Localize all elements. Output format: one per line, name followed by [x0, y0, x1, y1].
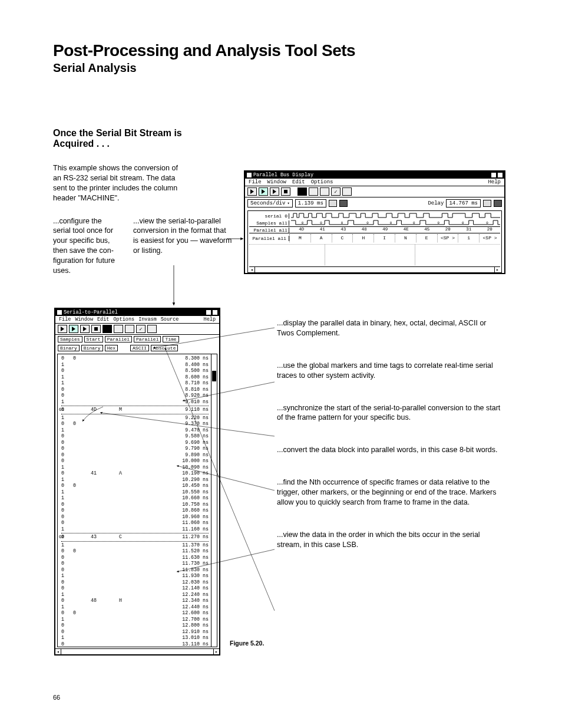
- listing-row[interactable]: 112.240 ns: [61, 592, 209, 598]
- radix-select[interactable]: ASCII: [130, 345, 149, 351]
- listing-row[interactable]: 111.160 ns: [61, 526, 209, 533]
- listing-row[interactable]: 011.060 ns: [61, 520, 209, 526]
- listing-row[interactable]: 009.370 ns: [61, 421, 209, 427]
- vertical-scrollbar[interactable]: [211, 354, 217, 647]
- stop-button[interactable]: [281, 187, 290, 196]
- tool-button[interactable]: [342, 187, 352, 196]
- listing-row[interactable]: 112.700 ns: [61, 617, 209, 623]
- maximize-icon[interactable]: [213, 310, 217, 315]
- tool-button[interactable]: [147, 325, 157, 333]
- listing-row[interactable]: 111.370 ns: [61, 542, 209, 549]
- listing-row[interactable]: 0011.520 ns: [61, 548, 209, 555]
- menu-window[interactable]: Window: [75, 317, 93, 322]
- listing-row[interactable]: 18.600 ns: [61, 374, 209, 381]
- group-button[interactable]: [297, 187, 307, 196]
- tool-button[interactable]: [320, 187, 329, 196]
- apply-button[interactable]: [136, 325, 146, 333]
- column-select[interactable]: Parallel: [134, 336, 161, 342]
- step-button[interactable]: [80, 325, 90, 333]
- marker-button[interactable]: [483, 200, 491, 207]
- menu-help[interactable]: Help: [204, 317, 216, 322]
- listing-row[interactable]: 09.690 ns: [61, 440, 209, 446]
- radix-select[interactable]: Hex: [105, 345, 118, 351]
- listing-row[interactable]: 010.000 ns: [61, 458, 209, 465]
- run-button[interactable]: [58, 325, 67, 333]
- time-mode-select[interactable]: Absolute: [151, 345, 178, 351]
- listing-row[interactable]: 18.710 ns: [61, 380, 209, 387]
- listing-row[interactable]: 011.730 ns: [61, 561, 209, 567]
- listing-row[interactable]: 08.500 ns: [61, 368, 209, 374]
- menu-options[interactable]: Options: [311, 179, 333, 185]
- listing-row[interactable]: 113.010 ns: [61, 635, 209, 641]
- scroll-left-icon[interactable]: ◂: [55, 649, 61, 654]
- menu-window[interactable]: Window: [267, 179, 286, 185]
- scroll-left-icon[interactable]: ◂: [249, 267, 255, 272]
- scroll-right-icon[interactable]: ▸: [213, 649, 219, 654]
- minimize-icon[interactable]: [491, 173, 496, 177]
- stop-button[interactable]: [91, 325, 101, 333]
- menu-source[interactable]: Source: [161, 317, 179, 322]
- minimize-icon[interactable]: [206, 310, 211, 315]
- horizontal-scrollbar[interactable]: ◂ ▸: [55, 648, 219, 654]
- menu-edit[interactable]: Edit: [292, 179, 305, 185]
- trace-samples[interactable]: 000 000 000: [291, 220, 500, 226]
- menu-file[interactable]: File: [59, 317, 71, 322]
- window-control-icon[interactable]: [57, 310, 62, 315]
- listing-row[interactable]: 012.800 ns: [61, 622, 209, 629]
- listing-row[interactable]: 09.890 ns: [61, 452, 209, 459]
- menu-invasm[interactable]: Invasm: [138, 317, 157, 322]
- listing-row[interactable]: 09.580 ns: [61, 433, 209, 440]
- listing-row[interactable]: 012.910 ns: [61, 629, 209, 635]
- window-titlebar[interactable]: Parallel Bus Display: [245, 172, 504, 179]
- menu-file[interactable]: File: [249, 179, 262, 185]
- step-button[interactable]: [270, 187, 279, 196]
- column-select[interactable]: Start: [84, 336, 103, 342]
- listing-row[interactable]: G2043C11.270 ns: [61, 534, 209, 541]
- listing-row[interactable]: 112.440 ns: [61, 604, 209, 611]
- column-select[interactable]: Time: [163, 336, 178, 342]
- listing-row[interactable]: 010.750 ns: [61, 502, 209, 508]
- listing-row[interactable]: 0012.600 ns: [61, 610, 209, 617]
- listing-row[interactable]: 09.790 ns: [61, 446, 209, 452]
- listing-row[interactable]: 110.090 ns: [61, 465, 209, 471]
- listing-row[interactable]: 048H12.340 ns: [61, 598, 209, 604]
- listing-row[interactable]: 011.830 ns: [61, 567, 209, 574]
- listing-row[interactable]: 012.140 ns: [61, 585, 209, 592]
- listing-row[interactable]: 110.290 ns: [61, 477, 209, 483]
- listing-row[interactable]: 18.400 ns: [61, 362, 209, 368]
- listing-row[interactable]: G104DM9.110 ns: [61, 407, 209, 413]
- delay-value[interactable]: 14.767 ms: [446, 199, 481, 207]
- trace-serial[interactable]: [291, 213, 500, 219]
- seconds-per-div-value[interactable]: 1.139 ms: [295, 199, 326, 207]
- listing-row[interactable]: 008.300 ns: [61, 355, 209, 362]
- radix-select[interactable]: Binary: [58, 345, 80, 351]
- run-button[interactable]: [247, 187, 257, 196]
- run-repeat-button[interactable]: [259, 187, 268, 196]
- column-select[interactable]: Samples: [58, 336, 82, 342]
- listing-row[interactable]: 111.930 ns: [61, 573, 209, 579]
- menu-help[interactable]: Help: [488, 179, 501, 185]
- listing-row[interactable]: 110.550 ns: [61, 489, 209, 496]
- seconds-per-div-field[interactable]: Seconds/div▾: [247, 199, 293, 207]
- listing-row[interactable]: 19.220 ns: [61, 415, 209, 421]
- scroll-right-icon[interactable]: ▸: [494, 267, 500, 272]
- listing-row[interactable]: 041A10.190 ns: [61, 470, 209, 477]
- listing-row[interactable]: 110.660 ns: [61, 495, 209, 502]
- tool-button[interactable]: [114, 325, 123, 333]
- listing-row[interactable]: 010.960 ns: [61, 514, 209, 521]
- tool-button[interactable]: [125, 325, 134, 333]
- listing-row[interactable]: 012.030 ns: [61, 579, 209, 586]
- maximize-icon[interactable]: [498, 173, 503, 177]
- radix-select[interactable]: Binary: [81, 345, 103, 351]
- menu-options[interactable]: Options: [113, 317, 134, 322]
- window-control-icon[interactable]: [247, 173, 252, 177]
- menu-edit[interactable]: Edit: [97, 317, 109, 322]
- marker-button[interactable]: [339, 200, 348, 207]
- marker-button[interactable]: [329, 200, 337, 207]
- listing-row[interactable]: 19.010 ns: [61, 399, 209, 406]
- group-button[interactable]: [103, 325, 112, 333]
- listing-row[interactable]: 010.860 ns: [61, 508, 209, 514]
- run-repeat-button[interactable]: [69, 325, 78, 333]
- listing-row[interactable]: 08.920 ns: [61, 393, 209, 399]
- tool-button[interactable]: [309, 187, 318, 196]
